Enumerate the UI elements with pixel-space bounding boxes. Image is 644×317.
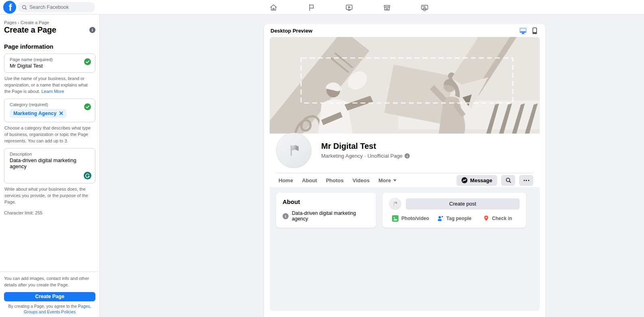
search-icon (22, 5, 27, 10)
flag-placeholder-icon (285, 142, 302, 159)
breadcrumb-pages-link[interactable]: Pages (4, 20, 17, 25)
section-title: Page information (4, 43, 95, 50)
about-card: About Data-driven digital marketing agen… (276, 193, 376, 228)
global-search[interactable] (18, 2, 95, 12)
create-page-sidebar: Pages › Create a Page Create a Page Page… (0, 14, 100, 317)
device-toggles (519, 27, 539, 35)
tab-home[interactable]: Home (276, 177, 297, 183)
recent-icon (420, 3, 429, 12)
description-helper: Write about what your business does, the… (4, 186, 95, 206)
message-button[interactable]: Message (456, 175, 497, 186)
search-input[interactable] (29, 4, 86, 10)
ellipsis-icon (524, 180, 529, 181)
facebook-logo[interactable] (3, 1, 16, 14)
about-card-title: About (283, 198, 369, 205)
preview-page-subtitle: Marketing Agency · Unofficial Page (321, 153, 410, 159)
page-avatar (276, 133, 312, 168)
learn-more-link[interactable]: Learn More (41, 89, 64, 94)
more-options-button[interactable] (519, 175, 533, 186)
page-name-value[interactable]: Mr Digital Test (10, 63, 81, 69)
category-field[interactable]: Category (required) Marketing Agency (4, 99, 95, 122)
page-name-field[interactable]: Page name (required) Mr Digital Test (4, 54, 95, 73)
info-icon[interactable] (89, 27, 95, 33)
pages-flag-icon (307, 3, 316, 12)
cover-illustration (270, 37, 540, 134)
search-icon (506, 177, 511, 183)
create-page-button[interactable]: Create Page (4, 292, 95, 301)
marketplace-icon (383, 3, 391, 12)
tag-people-button[interactable]: Tag people (432, 215, 476, 222)
page-search-button[interactable] (501, 175, 515, 186)
desktop-monitor-icon[interactable] (519, 27, 527, 35)
post-avatar (389, 198, 401, 210)
page-preview-area: Mr Digital Test Marketing Agency · Unoff… (270, 37, 540, 311)
mobile-phone-icon[interactable] (531, 27, 539, 35)
page-preview-card: Mr Digital Test Marketing Agency · Unoff… (270, 37, 540, 187)
description-label: Description (10, 152, 81, 156)
breadcrumb: Pages › Create a Page (4, 20, 95, 25)
tab-about[interactable]: About (297, 177, 322, 183)
about-card-text: Data-driven digital marketing agency (292, 210, 369, 222)
preview-panel: Desktop Preview (264, 24, 545, 317)
category-label: Category (required) (10, 102, 81, 107)
tag-people-icon (437, 215, 444, 222)
tab-videos[interactable]: Videos (348, 177, 374, 183)
info-icon (283, 213, 289, 219)
check-in-button[interactable]: Check in (476, 215, 520, 222)
check-in-pin-icon (483, 215, 489, 222)
description-value[interactable]: Data-driven digital marketing agency (10, 157, 81, 169)
create-post-card: Create post Photo/video (382, 193, 526, 228)
remove-category-icon[interactable] (59, 111, 63, 115)
recent-nav-tab[interactable] (418, 1, 431, 13)
preview-page-name: Mr Digital Test (321, 142, 410, 151)
grammarly-icon[interactable] (84, 172, 91, 179)
watch-icon (345, 3, 353, 12)
category-helper: Choose a category that describes what ty… (4, 125, 95, 144)
page-tabs: Home About Photos Videos More Message (276, 173, 533, 187)
pages-nav-tab[interactable] (304, 1, 318, 13)
photo-icon (392, 215, 398, 222)
sidebar-footer: You can add images, contact info and oth… (0, 272, 99, 317)
page-name-label: Page name (required) (10, 57, 81, 62)
description-field[interactable]: Description Data-driven digital marketin… (4, 148, 95, 183)
preview-title: Desktop Preview (270, 28, 312, 34)
tab-photos[interactable]: Photos (322, 177, 348, 183)
home-icon (269, 3, 278, 12)
green-check-icon (84, 103, 91, 110)
info-icon[interactable] (405, 153, 410, 158)
create-post-input[interactable]: Create post (406, 198, 520, 210)
flag-placeholder-icon (392, 200, 398, 207)
legal-text: By creating a Page, you agree to the Pag… (4, 303, 95, 315)
breadcrumb-separator: › (18, 20, 19, 25)
photo-video-button[interactable]: Photo/video (389, 215, 432, 222)
tab-more[interactable]: More (374, 177, 401, 183)
topbar-nav-icons (266, 0, 431, 14)
character-limit: Character limit: 255 (4, 210, 95, 215)
top-navigation-bar (0, 0, 644, 14)
chevron-down-icon (393, 179, 396, 181)
green-check-icon (84, 58, 91, 65)
category-chip[interactable]: Marketing Agency (10, 109, 66, 118)
page-name-helper: Use the name of your business, brand or … (4, 76, 95, 95)
page-title: Create a Page (4, 25, 56, 35)
footer-note: You can add images, contact info and oth… (4, 276, 95, 288)
messenger-icon (461, 177, 468, 183)
marketplace-nav-tab[interactable] (380, 1, 394, 13)
breadcrumb-current[interactable]: Create a Page (21, 20, 49, 25)
watch-nav-tab[interactable] (342, 1, 356, 13)
cover-photo (270, 37, 540, 134)
home-nav-tab[interactable] (266, 1, 280, 13)
